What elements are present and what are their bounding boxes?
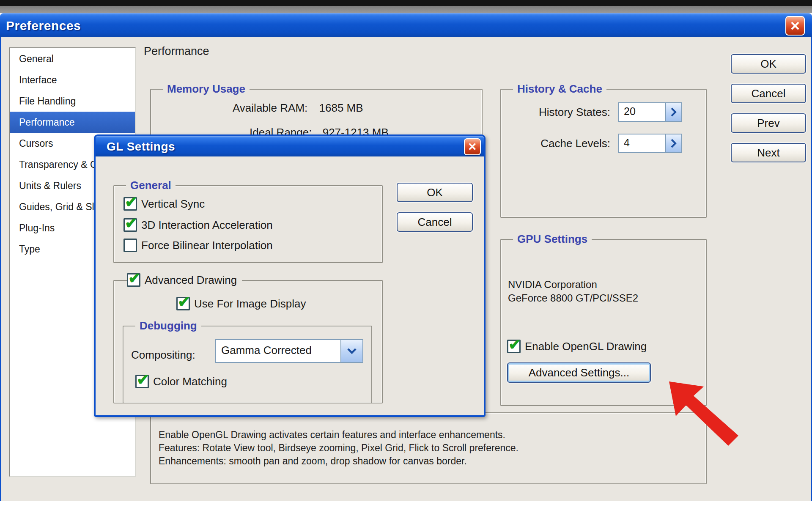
prev-button-label: Prev bbox=[757, 117, 779, 130]
compositing-value: Gamma Corrected bbox=[216, 340, 340, 362]
gl-cancel-button-label: Cancel bbox=[418, 216, 452, 229]
compositing-dropdown[interactable]: Gamma Corrected bbox=[215, 339, 363, 363]
gl-settings-close-button[interactable]: ✕ bbox=[464, 138, 481, 155]
use-for-image-display-checkbox[interactable]: ✔ bbox=[176, 297, 190, 310]
chevron-right-icon bbox=[671, 107, 677, 117]
enable-opengl-row: ✔ Enable OpenGL Drawing bbox=[507, 340, 647, 353]
3d-interaction-acceleration-checkbox[interactable]: ✔ bbox=[123, 218, 137, 232]
history-cache-group-label: History & Cache bbox=[513, 82, 606, 96]
memory-usage-group-label: Memory Usage bbox=[163, 82, 250, 96]
check-icon: ✔ bbox=[178, 293, 190, 311]
sidebar-item-general[interactable]: General bbox=[10, 48, 135, 69]
page-title: Performance bbox=[144, 45, 209, 58]
preferences-close-button[interactable]: ✕ bbox=[785, 16, 805, 36]
gl-cancel-button[interactable]: Cancel bbox=[397, 212, 473, 232]
ok-button[interactable]: OK bbox=[731, 54, 806, 74]
gl-settings-window-title: GL Settings bbox=[107, 137, 175, 157]
force-bilinear-interpolation-row: Force Bilinear Interpolation bbox=[123, 239, 273, 252]
available-ram-label: Available RAM: bbox=[233, 102, 307, 114]
cancel-button[interactable]: Cancel bbox=[731, 84, 806, 103]
cache-levels-label: Cache Levels: bbox=[507, 137, 610, 150]
compositing-dropdown-button[interactable] bbox=[340, 340, 362, 362]
3d-interaction-acceleration-row: ✔ 3D Interaction Acceleration bbox=[123, 218, 273, 232]
prev-button[interactable]: Prev bbox=[731, 113, 806, 133]
desktop-gray-strip bbox=[0, 6, 812, 13]
advanced-settings-button-label: Advanced Settings... bbox=[529, 366, 629, 379]
gl-settings-body: General ✔ Vertical Sync ✔ 3D Interaction… bbox=[96, 156, 484, 415]
chevron-right-icon bbox=[671, 139, 677, 148]
gpu-vendor-text: NVIDIA Corporation bbox=[508, 279, 597, 291]
color-matching-checkbox[interactable]: ✔ bbox=[135, 375, 149, 388]
use-for-image-display-label: Use For Image Display bbox=[194, 297, 306, 310]
next-button[interactable]: Next bbox=[731, 143, 806, 162]
advanced-drawing-label: Advanced Drawing bbox=[145, 274, 237, 287]
red-arrow-annotation bbox=[663, 376, 743, 448]
vertical-sync-checkbox[interactable]: ✔ bbox=[123, 197, 137, 211]
history-cache-group: History & Cache History States: 20 Cache… bbox=[500, 89, 707, 218]
gl-general-group-label: General bbox=[126, 179, 176, 192]
check-icon: ✔ bbox=[508, 336, 521, 354]
advanced-drawing-group: ✔ Advanced Drawing ✔ Use For Image Displ… bbox=[113, 280, 383, 403]
use-for-image-display-row: ✔ Use For Image Display bbox=[176, 297, 306, 310]
description-line-2: Features: Rotate View tool, Birdseye zoo… bbox=[159, 442, 518, 454]
sidebar-item-interface[interactable]: Interface bbox=[10, 69, 135, 91]
color-matching-row: ✔ Color Matching bbox=[135, 375, 227, 388]
preferences-title-bar[interactable]: Preferences ✕ bbox=[0, 13, 812, 37]
advanced-drawing-row: ✔ Advanced Drawing bbox=[127, 273, 242, 287]
history-states-field[interactable]: 20 bbox=[618, 102, 682, 122]
debugging-group: Debugging Compositing: Gamma Corrected ✔… bbox=[123, 326, 372, 403]
ok-button-label: OK bbox=[760, 58, 776, 71]
screen: Preferences ✕ General Interface File Han… bbox=[0, 0, 812, 513]
gl-ok-button[interactable]: OK bbox=[397, 183, 473, 202]
history-states-spinner-button[interactable] bbox=[665, 103, 681, 121]
available-ram-row: Available RAM: 1685 MB bbox=[233, 102, 363, 115]
opengl-description-group: Enable OpenGL Drawing activates certain … bbox=[150, 412, 707, 484]
check-icon: ✔ bbox=[137, 371, 149, 389]
history-states-label: History States: bbox=[507, 106, 610, 119]
force-bilinear-interpolation-label: Force Bilinear Interpolation bbox=[141, 239, 273, 252]
cache-levels-spinner-button[interactable] bbox=[665, 134, 681, 152]
preferences-window-title: Preferences bbox=[6, 14, 81, 38]
history-states-value: 20 bbox=[619, 103, 665, 121]
enable-opengl-label: Enable OpenGL Drawing bbox=[525, 340, 647, 353]
check-icon: ✔ bbox=[125, 193, 137, 211]
vertical-sync-label: Vertical Sync bbox=[141, 198, 205, 211]
vertical-sync-row: ✔ Vertical Sync bbox=[123, 197, 205, 211]
3d-interaction-acceleration-label: 3D Interaction Acceleration bbox=[141, 219, 273, 232]
close-icon: ✕ bbox=[790, 19, 800, 33]
gpu-device-text: GeForce 8800 GT/PCI/SSE2 bbox=[508, 292, 638, 304]
description-line-1: Enable OpenGL Drawing activates certain … bbox=[159, 429, 505, 441]
sidebar-item-file-handling[interactable]: File Handling bbox=[10, 91, 135, 112]
force-bilinear-interpolation-checkbox[interactable] bbox=[123, 239, 137, 252]
sidebar-item-performance[interactable]: Performance bbox=[10, 112, 135, 133]
cancel-button-label: Cancel bbox=[752, 87, 786, 100]
debugging-group-label: Debugging bbox=[135, 319, 201, 332]
cache-levels-value: 4 bbox=[619, 134, 665, 152]
gpu-settings-group-label: GPU Settings bbox=[513, 233, 592, 246]
enable-opengl-checkbox[interactable]: ✔ bbox=[507, 340, 521, 353]
description-line-3: Enhancements: smooth pan and zoom, drop … bbox=[159, 455, 467, 467]
next-button-label: Next bbox=[757, 146, 779, 159]
check-icon: ✔ bbox=[125, 214, 137, 232]
check-icon: ✔ bbox=[128, 269, 141, 287]
chevron-down-icon bbox=[347, 348, 357, 354]
gl-general-group: General ✔ Vertical Sync ✔ 3D Interaction… bbox=[113, 185, 383, 263]
compositing-label: Compositing: bbox=[131, 348, 195, 362]
cache-levels-field[interactable]: 4 bbox=[618, 134, 682, 153]
advanced-drawing-checkbox[interactable]: ✔ bbox=[127, 273, 140, 287]
gl-settings-title-bar[interactable]: GL Settings ✕ bbox=[96, 136, 484, 156]
gl-settings-dialog: GL Settings ✕ General ✔ Vertical Sync ✔ … bbox=[94, 134, 486, 417]
gl-ok-button-label: OK bbox=[427, 186, 443, 199]
red-arrow-shape bbox=[669, 381, 738, 446]
available-ram-value: 1685 MB bbox=[319, 102, 363, 114]
close-icon: ✕ bbox=[468, 140, 477, 154]
color-matching-label: Color Matching bbox=[153, 375, 227, 388]
advanced-settings-button[interactable]: Advanced Settings... bbox=[507, 362, 651, 383]
desktop-top-strip bbox=[0, 0, 812, 6]
